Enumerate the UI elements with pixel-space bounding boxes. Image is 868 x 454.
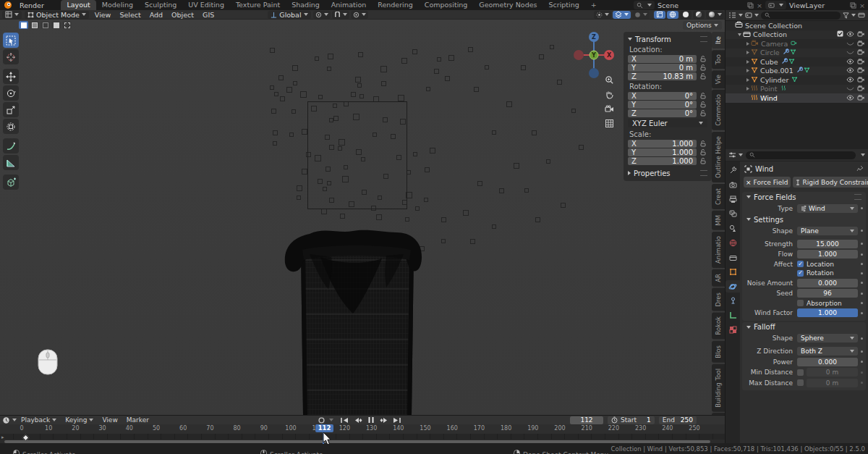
workspace-tab-compositing[interactable]: Compositing xyxy=(419,0,474,10)
options-dropdown[interactable]: Options xyxy=(683,21,722,30)
viewport-menu-object[interactable]: Object xyxy=(167,11,198,19)
quick-toggle-icon[interactable] xyxy=(51,21,61,29)
viewlayer-selector[interactable] xyxy=(765,1,786,9)
power-field[interactable]: 0.000 xyxy=(797,358,858,366)
outliner-search-input[interactable] xyxy=(761,12,841,20)
properties-tab-viewlayer[interactable] xyxy=(726,208,740,220)
properties-panel-header[interactable]: Properties xyxy=(624,168,712,178)
lock-open-icon[interactable] xyxy=(699,93,707,99)
force-fields-panel-header[interactable]: Force Fields xyxy=(742,192,866,202)
timeline-track[interactable]: ▸ xyxy=(0,434,726,440)
lock-open-icon[interactable] xyxy=(699,64,707,71)
pin-icon[interactable] xyxy=(856,165,864,172)
tool-annotate[interactable] xyxy=(3,138,19,154)
animate-decorator[interactable] xyxy=(861,312,863,314)
hidden-eye-icon[interactable] xyxy=(846,85,854,93)
force-field-toggle-button[interactable]: × Force Field xyxy=(744,177,791,188)
properties-search-input[interactable] xyxy=(746,151,856,159)
jump-to-start-button[interactable] xyxy=(339,416,350,424)
lock-open-icon[interactable] xyxy=(699,73,707,80)
filter-funnel-button[interactable] xyxy=(843,12,856,19)
workspace-tab-modeling[interactable]: Modeling xyxy=(96,0,139,10)
absorption-checkbox[interactable] xyxy=(797,300,804,306)
outliner-row-circle[interactable]: Circle xyxy=(726,49,868,58)
viewport-menu-select[interactable]: Select xyxy=(115,11,145,19)
workspace-tab-texture-paint[interactable]: Texture Paint xyxy=(230,0,286,10)
hide-eye-icon[interactable] xyxy=(846,30,854,38)
auto-keyframe-button[interactable] xyxy=(316,416,327,424)
show-gizmo-button[interactable] xyxy=(594,11,611,19)
overlay-extra-button[interactable] xyxy=(632,11,650,19)
pan-hand-button[interactable] xyxy=(602,87,616,101)
lock-open-icon[interactable] xyxy=(699,56,707,62)
falloff-panel-header[interactable]: Falloff xyxy=(742,322,866,332)
animate-decorator[interactable] xyxy=(861,350,863,353)
workspace-tab-uv-editing[interactable]: UV Editing xyxy=(182,0,230,10)
noise-amount-field[interactable]: 0.000 xyxy=(797,279,858,287)
n-panel-tab-ite[interactable]: Ite xyxy=(712,32,726,49)
n-panel-tab-too[interactable]: Too xyxy=(712,50,726,69)
type-dropdown[interactable]: Wind xyxy=(797,204,858,213)
workspace-tab-rendering[interactable]: Rendering xyxy=(372,0,419,10)
scale-z-field[interactable]: Z1.000 xyxy=(628,157,697,165)
max-distance-field[interactable]: 0 m xyxy=(807,379,858,387)
strength-field[interactable]: 15.000 xyxy=(797,240,858,248)
n-panel-tab-rokok[interactable]: Rokok xyxy=(712,312,726,339)
lock-open-icon[interactable] xyxy=(699,158,707,164)
rotation-x-field[interactable]: X0° xyxy=(628,92,697,100)
tool-add-cube[interactable] xyxy=(3,175,19,190)
properties-tab-render[interactable] xyxy=(726,179,740,191)
hidden-eye-icon[interactable] xyxy=(846,49,854,56)
disclosure-closed-icon[interactable] xyxy=(744,77,751,83)
shading-solid-button[interactable] xyxy=(680,11,692,19)
cloth-bin-mesh[interactable] xyxy=(281,217,434,415)
animate-decorator[interactable] xyxy=(861,207,863,209)
hide-eye-icon[interactable] xyxy=(846,94,854,102)
n-panel-tab-building-tool[interactable]: Building Tool xyxy=(712,364,726,412)
location-checkbox[interactable]: ✓ xyxy=(797,261,804,267)
rigid-body-constraint-button[interactable]: Rigid Body Constraint xyxy=(793,177,868,188)
disable-render-icon[interactable] xyxy=(857,85,864,93)
transform-panel-header[interactable]: Transform xyxy=(624,34,712,44)
disclosure-closed-icon[interactable] xyxy=(744,41,751,46)
timeline-ruler[interactable]: 0102030405060708090100110120130140150160… xyxy=(0,424,726,434)
properties-tab-world[interactable] xyxy=(726,237,740,249)
zoom-button[interactable] xyxy=(602,72,616,87)
editor-type-button[interactable] xyxy=(728,151,743,159)
scale-y-field[interactable]: Y1.000 xyxy=(628,148,697,156)
properties-tab-tool[interactable] xyxy=(726,164,740,177)
snap-magnet-button[interactable] xyxy=(332,11,349,19)
properties-tab-constraints[interactable] xyxy=(726,295,740,307)
animate-decorator[interactable] xyxy=(861,282,863,284)
lock-open-icon[interactable] xyxy=(699,149,707,156)
next-keyframe-button[interactable] xyxy=(378,416,389,424)
animate-decorator[interactable] xyxy=(861,230,863,232)
scene-name[interactable]: Scene xyxy=(658,1,744,9)
outliner-row-wind[interactable]: Wind xyxy=(726,93,868,103)
n-panel-tab-outline-helpe[interactable]: Outline Helpe xyxy=(712,132,726,182)
rotation-z-field[interactable]: Z0° xyxy=(628,109,697,117)
wind-factor-slider[interactable]: 1.000 xyxy=(797,308,858,317)
properties-tab-texture[interactable] xyxy=(726,324,740,336)
shading-rendered-button[interactable] xyxy=(706,11,724,19)
scale-x-field[interactable]: X1.000 xyxy=(628,140,697,148)
disclosure-closed-icon[interactable] xyxy=(744,68,751,73)
properties-tab-object[interactable] xyxy=(726,266,740,278)
n-panel-tab-dres[interactable]: Dres xyxy=(712,288,726,311)
lock-open-icon[interactable] xyxy=(699,110,707,117)
tool-cursor[interactable] xyxy=(3,49,19,64)
stopwatch-icon[interactable] xyxy=(611,416,618,424)
outliner-row-scene-collection[interactable]: Scene Collection xyxy=(726,21,868,30)
mode-selector[interactable]: Object Mode xyxy=(25,11,89,19)
current-frame-field[interactable]: 112 xyxy=(570,416,603,424)
3d-viewport[interactable]: Options xyxy=(0,20,726,415)
rotation-mode-dropdown[interactable]: XYZ Euler xyxy=(628,119,707,127)
n-panel-tab-ar[interactable]: AR xyxy=(712,269,726,287)
flow-field[interactable]: 1.000 xyxy=(797,250,858,258)
pivot-point-button[interactable] xyxy=(313,11,331,19)
close-icon[interactable]: × xyxy=(859,1,865,9)
seed-field[interactable]: 96 xyxy=(797,289,858,298)
timeline-menu-playback[interactable]: Playback xyxy=(17,416,61,424)
n-panel-tab-animatio[interactable]: Animatio xyxy=(712,232,726,268)
transform-orientation[interactable]: Global xyxy=(268,11,310,19)
